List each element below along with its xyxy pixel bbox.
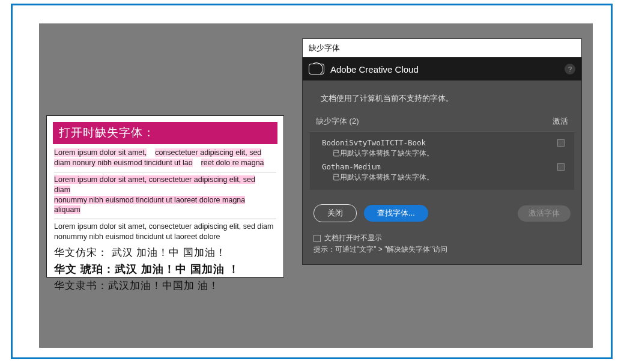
font-list-header: 缺少字体 (2) 激活 (303, 110, 581, 129)
activate-checkbox[interactable] (557, 163, 565, 171)
document-title: 打开时缺失字体： (53, 122, 277, 144)
font-item: Gotham-Medium 已用默认字体替换了缺失字体。 (310, 160, 574, 184)
dialog-footer: 文档打开时不显示 提示：可通过"文字" > "解决缺失字体"访问 (303, 231, 581, 264)
dont-show-label: 文档打开时不显示 (324, 233, 382, 243)
paragraph-1: Lorem ipsum dolor sit amet, consectetuer… (54, 148, 276, 168)
missing-fonts-dialog: 缺少字体 Adobe Creative Cloud ? 文档使用了计算机当前不支… (302, 38, 582, 265)
creative-cloud-bar: Adobe Creative Cloud ? (303, 58, 581, 80)
warning-row: 文档使用了计算机当前不支持的字体。 (303, 80, 581, 110)
paragraph-2: Lorem ipsum dolor sit amet, consectetuer… (54, 175, 276, 216)
paragraph-3: Lorem ipsum dolor sit amet, consectetuer… (54, 222, 276, 242)
divider (54, 172, 276, 172)
creative-cloud-title: Adobe Creative Cloud (330, 64, 419, 74)
font-status: 已用默认字体替换了缺失字体。 (322, 147, 557, 159)
font-item: BodoniSvtyTwoITCTT-Book 已用默认字体替换了缺失字体。 (310, 136, 574, 160)
document-preview: 打开时缺失字体： Lorem ipsum dolor sit amet, con… (46, 115, 284, 278)
cn-line-2: 华文 琥珀：武汉 加油！中 国加油 ！ (54, 262, 276, 276)
button-row: 关闭 查找字体... 激活字体 (303, 190, 581, 231)
dont-show-checkbox[interactable] (314, 235, 321, 242)
font-status: 已用默认字体替换了缺失字体。 (322, 171, 557, 183)
font-name: BodoniSvtyTwoITCTT-Book (322, 138, 557, 147)
footer-hint: 提示：可通过"文字" > "解决缺失字体"访问 (314, 244, 571, 255)
cn-line-3: 华文隶书：武汉加油！中国加 油！ (54, 279, 276, 293)
close-button[interactable]: 关闭 (314, 204, 357, 222)
cn-line-1: 华文仿宋： 武汉 加油！中 国加油！ (54, 246, 276, 259)
font-list: BodoniSvtyTwoITCTT-Book 已用默认字体替换了缺失字体。 G… (310, 132, 574, 190)
help-icon[interactable]: ? (565, 64, 575, 74)
dialog-title-bar: 缺少字体 (303, 39, 581, 58)
activate-column-label: 激活 (553, 116, 568, 127)
activate-checkbox[interactable] (557, 139, 565, 147)
warning-text: 文档使用了计算机当前不支持的字体。 (321, 91, 453, 104)
outer-frame: 打开时缺失字体： Lorem ipsum dolor sit amet, con… (11, 4, 613, 359)
find-fonts-button[interactable]: 查找字体... (364, 205, 428, 222)
missing-fonts-label: 缺少字体 (2) (316, 116, 359, 127)
font-name: Gotham-Medium (322, 162, 557, 171)
activate-fonts-button: 激活字体 (518, 205, 571, 222)
creative-cloud-logo-icon (309, 64, 324, 74)
divider (54, 219, 276, 219)
workspace-background: 打开时缺失字体： Lorem ipsum dolor sit amet, con… (39, 23, 593, 348)
